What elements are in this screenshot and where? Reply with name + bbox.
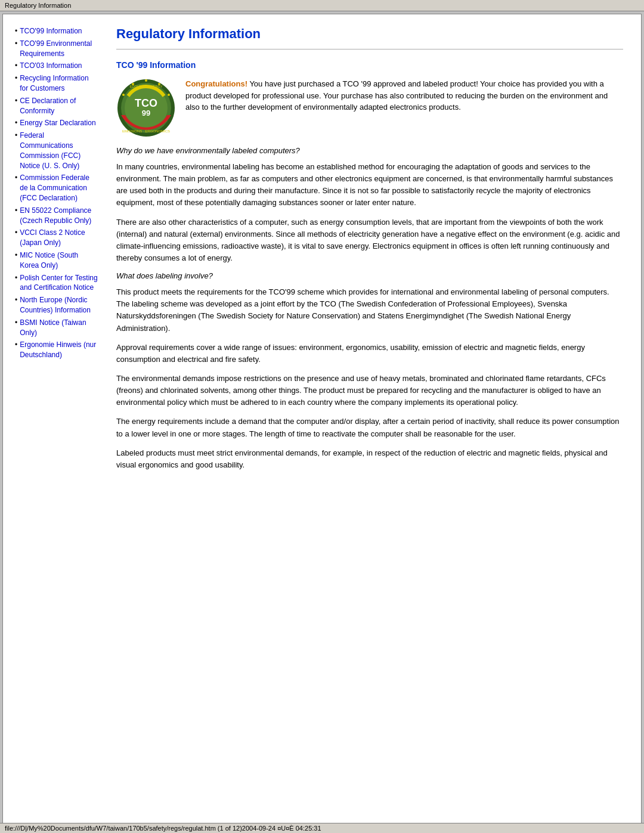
paragraph-5: The environmental demands impose restric… — [116, 373, 623, 408]
title-bar: Regulatory Information — [0, 0, 644, 11]
page-title: Regulatory Information — [116, 26, 623, 42]
paragraph-7: Labeled products must meet strict enviro… — [116, 447, 623, 471]
bullet-tco99-env: • — [15, 39, 17, 59]
sidebar-item-tco99-env[interactable]: • TCO'99 Environmental Requirements — [15, 39, 98, 59]
sidebar-link-tco03[interactable]: TCO'03 Information — [20, 61, 82, 71]
tco-intro-text: Congratulations! You have just purchased… — [185, 78, 623, 138]
bullet-vcci: • — [15, 228, 17, 248]
tco-intro: TCO 99 EMISSIONS · ERGONOMICS — [116, 78, 623, 138]
title-bar-label: Regulatory Information — [5, 2, 71, 9]
sidebar-link-recycling[interactable]: Recycling Information for Customers — [20, 73, 98, 94]
sidebar-link-tco99-env[interactable]: TCO'99 Environmental Requirements — [20, 39, 98, 59]
sidebar-item-ce[interactable]: • CE Declaration of Conformity — [15, 96, 98, 116]
sidebar-item-mic[interactable]: • MIC Notice (South Korea Only) — [15, 250, 98, 271]
svg-point-9 — [122, 94, 125, 96]
svg-text:TCO: TCO — [135, 97, 157, 109]
sidebar-link-ce[interactable]: CE Declaration of Conformity — [20, 96, 98, 116]
bullet-bsmi: • — [15, 318, 17, 338]
bullet-tco03: • — [15, 61, 17, 71]
sidebar-item-vcci[interactable]: • VCCI Class 2 Notice (Japan Only) — [15, 228, 98, 248]
section-title-tco99: TCO '99 Information — [116, 60, 623, 70]
intro-rest-text: You have just purchased a TCO '99 approv… — [185, 79, 608, 112]
sidebar-link-en55022[interactable]: EN 55022 Compliance (Czech Republic Only… — [20, 206, 98, 226]
page-container: • TCO'99 Information • TCO'99 Environmen… — [3, 14, 641, 490]
sidebar-item-energy-star[interactable]: • Energy Star Declaration — [15, 118, 98, 128]
congratulations-label: Congratulations! — [185, 79, 247, 88]
svg-text:99: 99 — [142, 109, 150, 117]
bullet-north-europe: • — [15, 295, 17, 315]
sidebar-link-polish[interactable]: Polish Center for Testing and Certificat… — [20, 273, 98, 293]
sidebar-item-recycling[interactable]: • Recycling Information for Customers — [15, 73, 98, 94]
sidebar: • TCO'99 Information • TCO'99 Environmen… — [15, 26, 98, 478]
heading-labeling: What does labeling involve? — [116, 271, 623, 280]
status-bar: file:///D|/My%20Documents/dfu/W7/taiwan/… — [0, 823, 644, 833]
sidebar-link-tco99-info[interactable]: TCO'99 Information — [20, 26, 82, 36]
sidebar-item-tco03[interactable]: • TCO'03 Information — [15, 61, 98, 71]
sidebar-link-energy-star[interactable]: Energy Star Declaration — [20, 118, 95, 128]
sidebar-link-fcc[interactable]: Federal Communications Commission (FCC) … — [20, 131, 98, 171]
heading-why-label: Why do we have environmentally labeled c… — [116, 146, 623, 155]
bullet-ergonomie: • — [15, 340, 17, 360]
sidebar-link-bsmi[interactable]: BSMI Notice (Taiwan Only) — [20, 318, 98, 338]
tco-logo: TCO 99 EMISSIONS · ERGONOMICS — [116, 78, 176, 138]
bullet-fcc: • — [15, 131, 17, 171]
paragraph-1: In many countries, environmental labelin… — [116, 161, 623, 209]
bullet-commission-fcc: • — [15, 173, 17, 203]
bullet-ce: • — [15, 96, 17, 116]
bullet-tco99-info: • — [15, 26, 17, 36]
svg-text:ECOLOGY · ENERGY: ECOLOGY · ENERGY — [130, 85, 163, 88]
sidebar-item-polish[interactable]: • Polish Center for Testing and Certific… — [15, 273, 98, 293]
bullet-energy-star: • — [15, 118, 17, 128]
paragraph-4: Approval requirements cover a wide range… — [116, 342, 623, 366]
sidebar-item-fcc[interactable]: • Federal Communications Commission (FCC… — [15, 131, 98, 171]
paragraph-6: The energy requirements include a demand… — [116, 416, 623, 439]
sidebar-item-commission-fcc[interactable]: • Commission Federale de la Communicatio… — [15, 173, 98, 203]
divider — [116, 49, 623, 49]
sidebar-item-north-europe[interactable]: • North Europe (Nordic Countries) Inform… — [15, 295, 98, 315]
sidebar-link-ergonomie[interactable]: Ergonomie Hinweis (nur Deutschland) — [20, 340, 98, 360]
sidebar-link-commission-fcc[interactable]: Commission Federale de la Communication … — [20, 173, 98, 203]
browser-window: • TCO'99 Information • TCO'99 Environmen… — [2, 14, 642, 831]
svg-point-7 — [168, 94, 170, 96]
sidebar-link-vcci[interactable]: VCCI Class 2 Notice (Japan Only) — [20, 228, 98, 248]
sidebar-item-bsmi[interactable]: • BSMI Notice (Taiwan Only) — [15, 318, 98, 338]
bullet-mic: • — [15, 250, 17, 271]
bullet-recycling: • — [15, 73, 17, 94]
paragraph-3: This product meets the requirements for … — [116, 286, 623, 335]
sidebar-item-tco99-info[interactable]: • TCO'99 Information — [15, 26, 98, 36]
sidebar-link-north-europe[interactable]: North Europe (Nordic Countries) Informat… — [20, 295, 98, 315]
svg-text:EMISSIONS · ERGONOMICS: EMISSIONS · ERGONOMICS — [122, 129, 170, 133]
status-bar-text: file:///D|/My%20Documents/dfu/W7/taiwan/… — [5, 825, 321, 832]
bullet-en55022: • — [15, 206, 17, 226]
bullet-polish: • — [15, 273, 17, 293]
sidebar-item-en55022[interactable]: • EN 55022 Compliance (Czech Republic On… — [15, 206, 98, 226]
sidebar-link-mic[interactable]: MIC Notice (South Korea Only) — [20, 250, 98, 271]
tco-logo-svg: TCO 99 EMISSIONS · ERGONOMICS — [116, 78, 176, 138]
sidebar-item-ergonomie[interactable]: • Ergonomie Hinweis (nur Deutschland) — [15, 340, 98, 360]
svg-point-5 — [145, 79, 147, 82]
paragraph-2: There are also other characteristics of … — [116, 216, 623, 265]
main-content: Regulatory Information TCO '99 Informati… — [110, 26, 629, 478]
